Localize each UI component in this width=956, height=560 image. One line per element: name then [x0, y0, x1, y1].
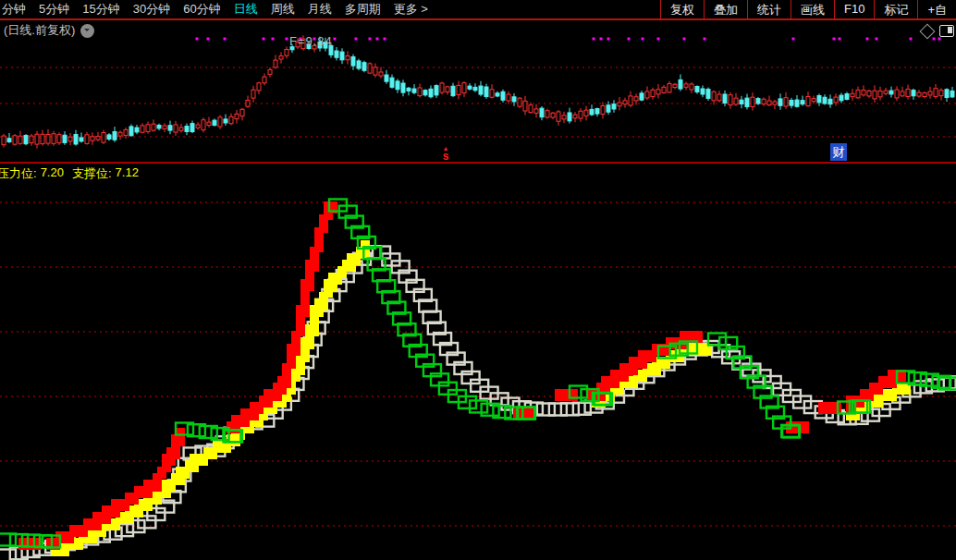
period-tab-7[interactable]: 周线 — [271, 1, 295, 18]
period-tab-6[interactable]: 日线 — [234, 1, 258, 18]
kline-chart — [0, 24, 956, 163]
period-tab-4[interactable]: 30分钟 — [133, 1, 170, 18]
toolbar-actions: 复权叠加统计画线F10标记+自 — [660, 0, 956, 18]
period-tab-2[interactable]: 5分钟 — [39, 1, 69, 18]
toolbar-button-5[interactable]: F10 — [835, 0, 874, 18]
buy-signal-marker: ▲ s — [439, 146, 452, 161]
toolbar-button-1[interactable]: 复权 — [661, 0, 704, 18]
toolbar: 分钟5分钟15分钟30分钟60分钟日线周线月线多周期更多 > 复权叠加统计画线F… — [0, 0, 956, 20]
period-tab-1[interactable]: 分钟 — [2, 1, 26, 18]
support-level: 支撑位: 7.12 — [72, 165, 139, 182]
period-tabs: 分钟5分钟15分钟30分钟60分钟日线周线月线多周期更多 > — [0, 1, 428, 18]
support-value: 7.12 — [116, 165, 139, 182]
indicator-header: 压力位: 7.20 支撑位: 7.12 — [0, 162, 956, 183]
pressure-value: 7.20 — [41, 165, 64, 182]
period-tab-10[interactable]: 更多 > — [394, 1, 428, 18]
toolbar-button-4[interactable]: 画线 — [791, 0, 834, 18]
finance-news-badge[interactable]: 财 — [830, 143, 847, 161]
indicator-chart — [0, 181, 956, 560]
trading-app-window: 分钟5分钟15分钟30分钟60分钟日线周线月线多周期更多 > 复权叠加统计画线F… — [0, 0, 956, 560]
peak-price-label: F=9.84 — [289, 34, 333, 48]
toolbar-button-6[interactable]: 标记 — [875, 0, 917, 18]
period-tab-8[interactable]: 月线 — [308, 1, 332, 18]
period-tab-5[interactable]: 60分钟 — [183, 1, 220, 18]
toolbar-button-7[interactable]: +自 — [918, 0, 956, 18]
toolbar-button-2[interactable]: 叠加 — [705, 0, 747, 18]
toolbar-button-3[interactable]: 统计 — [748, 0, 791, 18]
period-tab-9[interactable]: 多周期 — [345, 1, 381, 18]
pressure-level: 压力位: 7.20 — [0, 165, 64, 182]
period-tab-3[interactable]: 15分钟 — [82, 1, 119, 18]
